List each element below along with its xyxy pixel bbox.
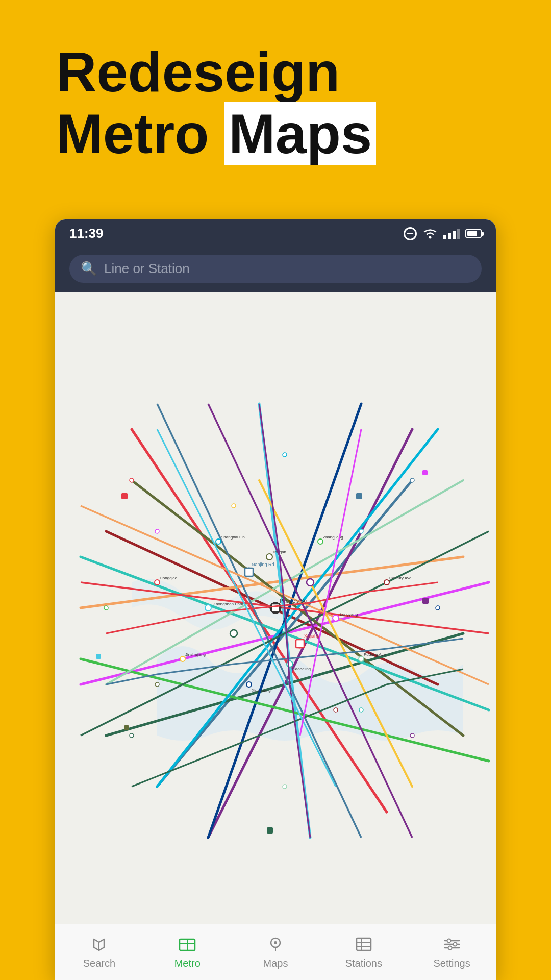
- nav-item-settings[interactable]: Settings: [408, 924, 496, 980]
- svg-text:Zhongshan Park: Zhongshan Park: [213, 602, 244, 606]
- nav-item-maps[interactable]: Maps: [232, 924, 320, 980]
- map-area[interactable]: People's Sq Nanjing Rd Xujiahui Zhongsha…: [55, 292, 496, 924]
- battery-icon: [465, 229, 482, 238]
- svg-rect-37: [271, 604, 280, 612]
- svg-rect-72: [96, 654, 101, 659]
- phone-mockup: 11:39: [55, 219, 496, 980]
- svg-point-80: [274, 941, 277, 944]
- title-line2: Metro Maps: [56, 103, 495, 164]
- svg-text:Shanghai Lib: Shanghai Lib: [221, 535, 245, 540]
- svg-point-89: [447, 939, 450, 943]
- maps-nav-icon: [266, 935, 285, 953]
- svg-text:Xujiahui: Xujiahui: [304, 633, 320, 639]
- svg-point-62: [436, 606, 440, 610]
- search-placeholder: Line or Station: [104, 261, 190, 277]
- svg-point-54: [130, 478, 134, 482]
- search-bar: 🔍 Line or Station: [55, 248, 496, 292]
- svg-rect-68: [121, 493, 128, 499]
- svg-text:Jinshajiang: Jinshajiang: [185, 652, 206, 657]
- svg-rect-69: [356, 493, 362, 499]
- status-bar: 11:39: [55, 219, 496, 248]
- svg-point-61: [359, 708, 363, 712]
- svg-text:Caohejing: Caohejing: [292, 667, 311, 671]
- svg-point-0: [429, 236, 432, 238]
- search-nav-icon: [90, 935, 108, 953]
- nav-item-search[interactable]: Search: [55, 924, 143, 980]
- wifi-icon: [422, 228, 438, 240]
- svg-point-25: [307, 579, 314, 586]
- svg-rect-39: [296, 640, 304, 648]
- status-time: 11:39: [69, 226, 104, 241]
- search-magnifier-icon: 🔍: [81, 261, 97, 277]
- settings-nav-icon: [443, 935, 461, 953]
- svg-point-32: [216, 539, 221, 544]
- metro-nav-label: Metro: [174, 958, 201, 969]
- nav-item-stations[interactable]: Stations: [319, 924, 408, 980]
- title-area: Redeseign Metro Maps: [56, 41, 495, 164]
- svg-text:Pudong Ave: Pudong Ave: [364, 652, 386, 657]
- metro-nav-icon: [178, 935, 196, 953]
- svg-text:Longyang: Longyang: [340, 612, 358, 617]
- svg-point-64: [283, 453, 287, 457]
- bottom-nav: Search Metro Maps: [55, 924, 496, 980]
- svg-rect-71: [422, 598, 429, 604]
- svg-point-57: [410, 733, 414, 738]
- svg-text:Nanjing Rd: Nanjing Rd: [252, 562, 274, 567]
- search-input-container[interactable]: 🔍 Line or Station: [69, 255, 482, 283]
- svg-point-60: [155, 682, 159, 687]
- title-maps: Maps: [224, 102, 376, 165]
- svg-text:Xinzhuang: Xinzhuang: [252, 688, 271, 693]
- svg-point-58: [155, 529, 159, 533]
- svg-rect-82: [357, 938, 371, 950]
- svg-point-63: [104, 606, 108, 610]
- svg-point-59: [359, 529, 363, 533]
- svg-point-67: [334, 708, 338, 712]
- nav-item-metro[interactable]: Metro: [143, 924, 232, 980]
- stations-nav-icon: [355, 935, 373, 953]
- svg-point-55: [410, 478, 414, 482]
- svg-point-28: [266, 554, 272, 560]
- svg-point-56: [130, 733, 134, 738]
- svg-rect-74: [124, 725, 129, 730]
- svg-rect-38: [245, 568, 253, 576]
- svg-point-35: [384, 580, 389, 585]
- svg-text:Century Ave: Century Ave: [389, 576, 412, 580]
- svg-point-66: [232, 504, 236, 508]
- svg-point-91: [448, 946, 452, 950]
- search-nav-label: Search: [83, 958, 115, 969]
- settings-nav-label: Settings: [433, 958, 470, 969]
- svg-point-31: [318, 539, 323, 544]
- svg-point-30: [246, 682, 252, 687]
- svg-point-36: [155, 580, 160, 585]
- title-metro: Metro: [56, 102, 209, 165]
- svg-point-33: [359, 656, 364, 662]
- svg-rect-70: [267, 827, 273, 834]
- stations-nav-label: Stations: [345, 958, 382, 969]
- svg-rect-73: [422, 470, 428, 475]
- title-line1: Redeseign: [56, 41, 495, 103]
- status-icons: [404, 227, 482, 240]
- svg-point-27: [333, 615, 339, 621]
- svg-point-65: [283, 785, 287, 789]
- svg-point-90: [453, 943, 457, 946]
- dnd-icon: [404, 227, 417, 240]
- metro-map-svg[interactable]: People's Sq Nanjing Rd Xujiahui Zhongsha…: [55, 292, 496, 924]
- svg-point-26: [205, 605, 211, 611]
- signal-icon: [443, 229, 460, 239]
- svg-text:Hongqiao: Hongqiao: [160, 576, 178, 580]
- svg-point-24: [230, 630, 237, 637]
- svg-point-34: [180, 656, 185, 662]
- maps-nav-label: Maps: [263, 958, 288, 969]
